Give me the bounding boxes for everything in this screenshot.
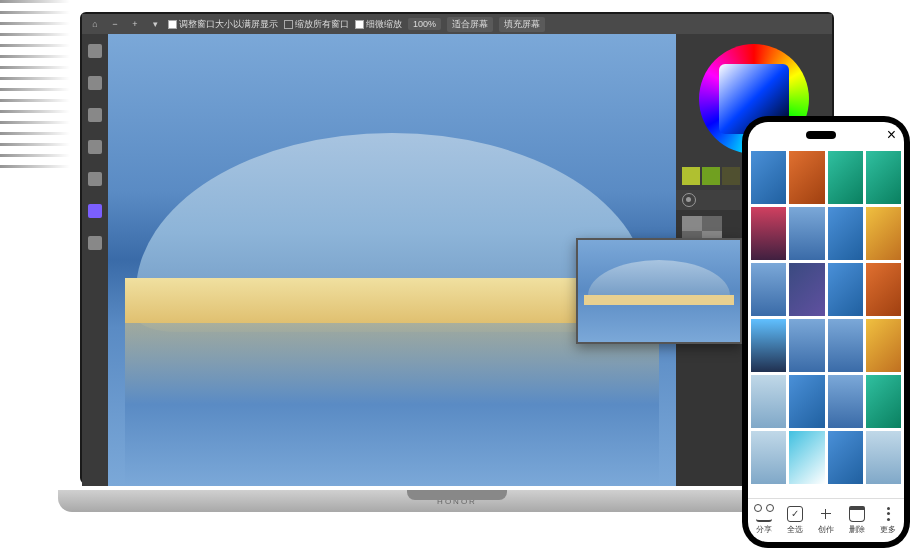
phone-header: × xyxy=(748,122,904,148)
phone-bottom-bar: 分享 全选 创作 删除 更多 xyxy=(748,498,904,542)
tool-icon[interactable] xyxy=(88,140,102,154)
create-button[interactable]: 创作 xyxy=(818,506,834,535)
select-all-button[interactable]: 全选 xyxy=(787,506,803,535)
photo-thumbnail[interactable] xyxy=(828,375,863,428)
photo-thumbnail[interactable] xyxy=(866,375,901,428)
tool-icon[interactable] xyxy=(88,44,102,58)
top-toolbar: ⌂ − + ▾ 调整窗口大小以满屏显示 缩放所有窗口 细微缩放 100% 适合屏… xyxy=(82,14,832,34)
photo-thumbnail[interactable] xyxy=(828,151,863,204)
photo-thumbnail[interactable] xyxy=(789,207,824,260)
checkbox-fine-zoom[interactable]: 细微缩放 xyxy=(355,18,402,31)
photo-thumbnail[interactable] xyxy=(828,431,863,484)
photo-thumbnail[interactable] xyxy=(866,263,901,316)
visibility-icon[interactable] xyxy=(682,193,696,207)
tool-icon-selected[interactable] xyxy=(88,204,102,218)
photo-thumbnail[interactable] xyxy=(866,319,901,372)
camera-notch xyxy=(806,131,836,139)
photo-thumbnail[interactable] xyxy=(866,151,901,204)
tool-icon[interactable] xyxy=(88,108,102,122)
photo-thumbnail[interactable] xyxy=(789,319,824,372)
phone-device: × 分享 xyxy=(742,116,910,548)
photo-thumbnail[interactable] xyxy=(866,431,901,484)
fill-screen-button[interactable]: 填充屏幕 xyxy=(499,17,545,32)
photo-grid xyxy=(748,148,904,498)
photo-thumbnail[interactable] xyxy=(751,207,786,260)
close-icon[interactable]: × xyxy=(887,126,896,144)
photo-thumbnail[interactable] xyxy=(828,263,863,316)
photo-thumbnail[interactable] xyxy=(828,319,863,372)
zoom-level[interactable]: 100% xyxy=(408,18,441,30)
photo-thumbnail[interactable] xyxy=(828,207,863,260)
checkbox-zoom-all[interactable]: 缩放所有窗口 xyxy=(284,18,349,31)
tool-icon[interactable] xyxy=(88,76,102,90)
photo-thumbnail[interactable] xyxy=(789,375,824,428)
floating-preview[interactable] xyxy=(576,238,742,344)
photo-thumbnail[interactable] xyxy=(789,151,824,204)
photo-thumbnail[interactable] xyxy=(751,151,786,204)
tool-icon[interactable] xyxy=(88,236,102,250)
share-button[interactable]: 分享 xyxy=(756,506,772,535)
photo-thumbnail[interactable] xyxy=(751,431,786,484)
zoomout-icon[interactable]: − xyxy=(108,17,122,31)
more-button[interactable]: 更多 xyxy=(880,506,896,535)
photo-thumbnail[interactable] xyxy=(751,319,786,372)
zoomin-icon[interactable]: + xyxy=(128,17,142,31)
swatch[interactable] xyxy=(722,167,740,185)
photo-thumbnail[interactable] xyxy=(751,375,786,428)
photo-thumbnail[interactable] xyxy=(789,431,824,484)
swatch[interactable] xyxy=(682,167,700,185)
dropdown-icon[interactable]: ▾ xyxy=(148,17,162,31)
left-toolbar xyxy=(82,34,108,486)
swatch[interactable] xyxy=(702,167,720,185)
photo-thumbnail[interactable] xyxy=(789,263,824,316)
photo-thumbnail[interactable] xyxy=(751,263,786,316)
photo-thumbnail[interactable] xyxy=(866,207,901,260)
fit-screen-button[interactable]: 适合屏幕 xyxy=(447,17,493,32)
delete-button[interactable]: 删除 xyxy=(849,506,865,535)
home-icon[interactable]: ⌂ xyxy=(88,17,102,31)
checkbox-fit-window[interactable]: 调整窗口大小以满屏显示 xyxy=(168,18,278,31)
tool-icon[interactable] xyxy=(88,172,102,186)
